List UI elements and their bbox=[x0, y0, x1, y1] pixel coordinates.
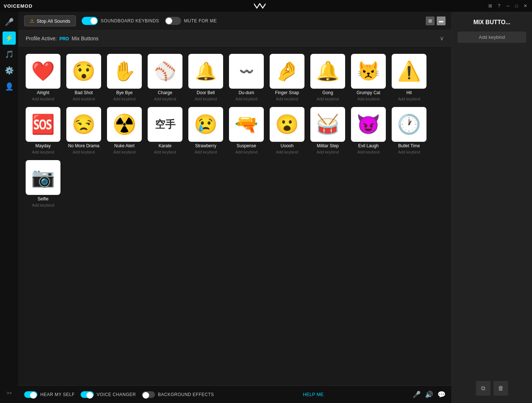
mute-for-me-toggle[interactable] bbox=[165, 17, 181, 25]
sound-icon-militarstep: 🥁 bbox=[316, 113, 340, 136]
sound-keybind-dudum[interactable]: Add keybind bbox=[235, 97, 258, 101]
close-icon[interactable]: ✕ bbox=[522, 3, 528, 9]
maximize-icon[interactable]: □ bbox=[514, 3, 520, 9]
sound-item-doorbell[interactable]: 🔔 Door Bell Add keybind bbox=[188, 54, 223, 101]
sound-tile-mayday: 🆘 bbox=[26, 107, 60, 142]
sound-icon-gong: 🔔 bbox=[316, 60, 340, 82]
sound-keybind-bullettime[interactable]: Add keybind bbox=[398, 150, 420, 154]
sound-tile-nomoredrama: 😒 bbox=[66, 107, 101, 142]
hear-myself-group: HEAR MY SELF bbox=[24, 391, 75, 398]
copy-button[interactable]: ⧉ bbox=[476, 381, 491, 396]
voice-changer-group: VOICE CHANGER bbox=[81, 391, 136, 398]
stop-sounds-button[interactable]: ⚠ Stop All Sounds bbox=[24, 15, 76, 26]
sound-tile-dudum: 〰️ bbox=[229, 54, 264, 89]
stop-sounds-label: Stop All Sounds bbox=[37, 18, 70, 24]
sound-name-doorbell: Door Bell bbox=[197, 90, 215, 95]
volume-icon[interactable]: 🔊 bbox=[425, 391, 433, 399]
minimize-icon[interactable]: ─ bbox=[505, 3, 511, 9]
window-controls[interactable]: ⊞ ? ─ □ ✕ bbox=[487, 3, 528, 9]
sound-item-evillaugh[interactable]: 😈 Evil Laugh Add keybind bbox=[351, 107, 386, 154]
soundboard-keybinds-label: SOUNDBOARD KEYBINDS bbox=[101, 18, 159, 23]
sound-keybind-mayday[interactable]: Add keybind bbox=[32, 150, 54, 154]
sound-item-selfie[interactable]: 📷 Selfie Add keybind bbox=[26, 160, 60, 207]
sound-item-fingersnap[interactable]: 🤌 Finger Snap Add keybind bbox=[270, 54, 304, 101]
sound-keybind-karate[interactable]: Add keybind bbox=[154, 150, 176, 154]
sound-item-strawberry[interactable]: 😢 Strawberry Add keybind bbox=[188, 107, 223, 154]
sound-keybind-alright[interactable]: Add keybind bbox=[32, 97, 54, 101]
help-icon[interactable]: ? bbox=[496, 3, 502, 9]
profile-prefix: Profile Active: bbox=[26, 36, 57, 41]
sound-item-byebye[interactable]: ✋ Bye Bye Add keybind bbox=[107, 54, 142, 101]
sound-item-badshot[interactable]: 😯 Bad Shot Add keybind bbox=[66, 54, 101, 101]
sound-item-nukealert[interactable]: ☢️ Nuke Alert Add keybind bbox=[107, 107, 142, 154]
sound-item-mayday[interactable]: 🆘 Mayday Add keybind bbox=[26, 107, 60, 154]
sound-item-suspense[interactable]: 🔫 Suspense Add keybind bbox=[229, 107, 264, 154]
sidebar-item-profile[interactable]: 👤 bbox=[3, 80, 16, 93]
sound-icon-hit: ⚠️ bbox=[397, 60, 421, 82]
profile-pro-badge: PRO bbox=[59, 36, 69, 41]
profile-chevron-icon[interactable]: ∨ bbox=[440, 35, 444, 42]
sidebar-item-soundboard[interactable]: ⚡ bbox=[3, 32, 16, 45]
vm-logo-icon bbox=[254, 3, 266, 9]
sound-keybind-doorbell[interactable]: Add keybind bbox=[195, 97, 217, 101]
hear-myself-toggle[interactable] bbox=[24, 391, 37, 398]
chat-icon[interactable]: 💬 bbox=[437, 391, 446, 399]
sound-item-bullettime[interactable]: 🕐 Bullet Time Add keybind bbox=[392, 107, 426, 154]
background-effects-toggle[interactable] bbox=[142, 391, 155, 398]
sidebar-expand-btn[interactable]: >> bbox=[7, 391, 12, 396]
sound-keybind-strawberry[interactable]: Add keybind bbox=[195, 150, 217, 154]
soundboard-keybinds-toggle-group: SOUNDBOARD KEYBINDS bbox=[82, 17, 159, 25]
sound-icon-nomoredrama: 😒 bbox=[72, 113, 96, 136]
sound-grid: ❤️ Alright Add keybind 😯 Bad Shot Add ke… bbox=[26, 54, 444, 207]
sound-keybind-hit[interactable]: Add keybind bbox=[398, 97, 420, 101]
sound-keybind-badshot[interactable]: Add keybind bbox=[73, 97, 95, 101]
sound-item-grumpycat[interactable]: 😾 Grumpy Cat Add keybind bbox=[351, 54, 386, 101]
sound-item-nomoredrama[interactable]: 😒 No More Drama Add keybind bbox=[66, 107, 101, 154]
sound-keybind-nomoredrama[interactable]: Add keybind bbox=[73, 150, 95, 154]
sound-tile-selfie: 📷 bbox=[26, 160, 60, 195]
sound-name-gong: Gong bbox=[322, 90, 333, 95]
sound-tile-nukealert: ☢️ bbox=[107, 107, 142, 142]
sound-item-militarstep[interactable]: 🥁 Militar Step Add keybind bbox=[310, 107, 345, 154]
sound-item-alright[interactable]: ❤️ Alright Add keybind bbox=[26, 54, 60, 101]
sound-keybind-nukealert[interactable]: Add keybind bbox=[113, 150, 136, 154]
list-view-btn[interactable]: ▬ bbox=[437, 16, 446, 25]
sound-tile-militarstep: 🥁 bbox=[310, 107, 345, 142]
sound-item-dudum[interactable]: 〰️ Du-dum Add keybind bbox=[229, 54, 264, 101]
sound-item-charge[interactable]: ⚾ Charge Add keybind bbox=[148, 54, 182, 101]
sound-keybind-selfie[interactable]: Add keybind bbox=[32, 203, 54, 207]
sidebar-item-mic[interactable]: 🎤 bbox=[3, 15, 16, 29]
sound-icon-grumpycat: 😾 bbox=[356, 60, 380, 82]
sidebar-item-effects[interactable]: 🎵 bbox=[3, 48, 16, 61]
sound-keybind-fingersnap[interactable]: Add keybind bbox=[276, 97, 298, 101]
sound-item-hit[interactable]: ⚠️ Hit Add keybind bbox=[392, 54, 426, 101]
sound-name-karate: Karate bbox=[159, 143, 171, 148]
sidebar-item-settings[interactable]: ⚙️ bbox=[3, 64, 16, 77]
sound-tile-charge: ⚾ bbox=[148, 54, 182, 89]
right-panel-keybind-button[interactable]: Add keybind bbox=[458, 32, 526, 43]
sound-keybind-charge[interactable]: Add keybind bbox=[154, 97, 176, 101]
grid-view-btn[interactable]: ⊞ bbox=[426, 16, 435, 25]
sound-keybind-uoooh[interactable]: Add keybind bbox=[276, 150, 298, 154]
sound-item-uoooh[interactable]: 😮 Uoooh Add keybind bbox=[270, 107, 304, 154]
monitor-icon[interactable]: ⊞ bbox=[487, 3, 493, 9]
soundboard-keybinds-toggle[interactable] bbox=[82, 17, 98, 25]
sound-keybind-byebye[interactable]: Add keybind bbox=[113, 97, 136, 101]
sound-item-gong[interactable]: 🔔 Gong Add keybind bbox=[310, 54, 345, 101]
sound-name-nukealert: Nuke Alert bbox=[114, 143, 134, 148]
sound-tile-fingersnap: 🤌 bbox=[270, 54, 304, 89]
sound-icon-uoooh: 😮 bbox=[275, 113, 299, 136]
voice-changer-toggle[interactable] bbox=[81, 391, 94, 398]
sound-keybind-suspense[interactable]: Add keybind bbox=[235, 150, 258, 154]
microphone-icon[interactable]: 🎤 bbox=[413, 391, 421, 399]
delete-button[interactable]: 🗑 bbox=[494, 381, 508, 396]
sound-item-karate[interactable]: 空手 Karate Add keybind bbox=[148, 107, 182, 154]
sound-keybind-militarstep[interactable]: Add keybind bbox=[317, 150, 339, 154]
profile-name: Mix Buttons bbox=[72, 36, 99, 41]
sound-icon-byebye: ✋ bbox=[112, 60, 136, 82]
help-link[interactable]: HELP ME bbox=[303, 392, 324, 397]
sound-keybind-evillaugh[interactable]: Add keybind bbox=[357, 150, 380, 154]
right-panel-actions: ⧉ 🗑 bbox=[476, 381, 508, 396]
sound-keybind-grumpycat[interactable]: Add keybind bbox=[357, 97, 380, 101]
sound-keybind-gong[interactable]: Add keybind bbox=[317, 97, 339, 101]
